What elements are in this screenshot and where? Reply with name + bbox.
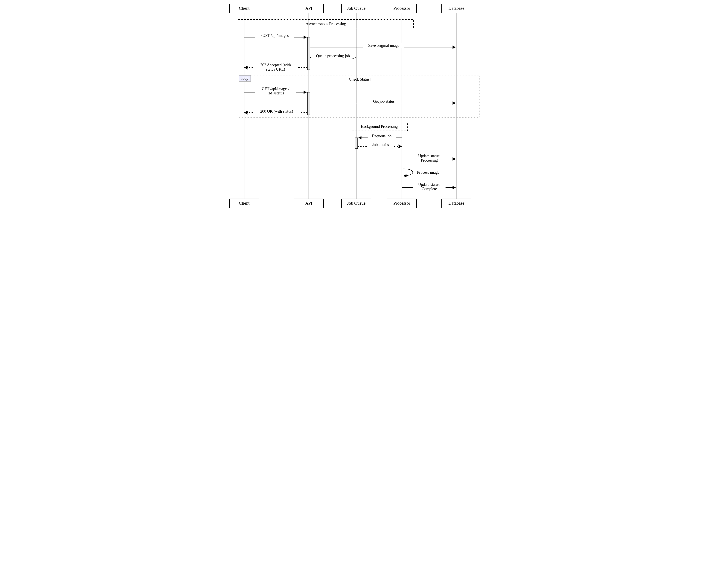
svg-text:GET /api/images/: GET /api/images/ <box>262 87 289 91</box>
msg-dequeue-job: Dequeue job <box>359 134 402 138</box>
svg-text:Job details: Job details <box>372 143 389 147</box>
msg-process-image: Process image <box>402 169 443 176</box>
msg-get-status: GET /api/images/ {id}/status <box>244 87 307 96</box>
svg-text:Complete: Complete <box>422 187 437 191</box>
svg-text:status URL): status URL) <box>266 67 285 72</box>
msg-202-accepted: 202 Accepted (with status URL) <box>245 63 308 72</box>
msg-queue-job: Queue processing job <box>310 54 356 58</box>
sequence-diagram: Client API Job Queue Processor Database … <box>225 0 484 216</box>
msg-200-ok: 200 OK (with status) <box>245 109 308 114</box>
svg-text:POST /api/images: POST /api/images <box>260 33 289 38</box>
svg-text:Job Queue: Job Queue <box>347 201 365 206</box>
actor-client-top: Client <box>230 4 259 13</box>
svg-text:Update status:: Update status: <box>418 182 440 187</box>
actor-processor-bottom: Processor <box>387 199 417 208</box>
actor-processor-label: Processor <box>393 6 410 10</box>
svg-text:Processor: Processor <box>393 201 410 206</box>
actor-api-top: API <box>294 4 323 13</box>
actor-queue-bottom: Job Queue <box>342 199 371 208</box>
note-async: Asynchronous Processing <box>238 20 414 28</box>
actor-processor-top: Processor <box>387 4 417 13</box>
note-background-label: Background Processing <box>361 124 397 129</box>
svg-text:Dequeue job: Dequeue job <box>372 134 391 138</box>
actor-queue-top: Job Queue <box>342 4 371 13</box>
actor-api-label: API <box>305 6 312 10</box>
svg-text:{id}/status: {id}/status <box>267 91 284 95</box>
actor-database-top: Database <box>442 4 471 13</box>
loop-tag: loop <box>241 76 248 81</box>
actor-queue-label: Job Queue <box>347 6 365 10</box>
svg-text:202 Accepted (with: 202 Accepted (with <box>260 63 291 67</box>
actor-client-bottom: Client <box>230 199 259 208</box>
note-background: Background Processing <box>351 122 408 131</box>
actor-database-bottom: Database <box>442 199 471 208</box>
msg-save-original: Save original image <box>310 43 455 48</box>
actor-api-bottom: API <box>294 199 323 208</box>
activation-queue <box>355 138 358 149</box>
svg-text:Save original image: Save original image <box>368 43 399 48</box>
msg-update-processing: Update status: Processing <box>402 154 455 163</box>
note-async-label: Asynchronous Processing <box>306 22 346 26</box>
svg-text:Database: Database <box>448 201 464 206</box>
svg-text:Process image: Process image <box>417 170 439 175</box>
msg-post-images: POST /api/images <box>244 33 307 38</box>
svg-text:Get job status: Get job status <box>373 99 394 104</box>
msg-get-job-status: Get job status <box>310 99 455 104</box>
activation-api-1 <box>308 37 310 70</box>
svg-text:200 OK (with status): 200 OK (with status) <box>260 109 293 114</box>
actor-database-label: Database <box>448 6 464 10</box>
svg-text:API: API <box>305 201 312 206</box>
svg-text:Client: Client <box>239 201 250 206</box>
actor-client-label: Client <box>239 6 250 10</box>
svg-text:Processing: Processing <box>421 158 438 162</box>
svg-text:Queue processing job: Queue processing job <box>316 54 350 58</box>
svg-text:Update status:: Update status: <box>418 154 440 158</box>
msg-update-complete: Update status: Complete <box>402 182 455 191</box>
activation-api-2 <box>308 92 310 115</box>
msg-job-details: Job details <box>358 143 401 147</box>
loop-title: [Check Status] <box>347 77 370 81</box>
